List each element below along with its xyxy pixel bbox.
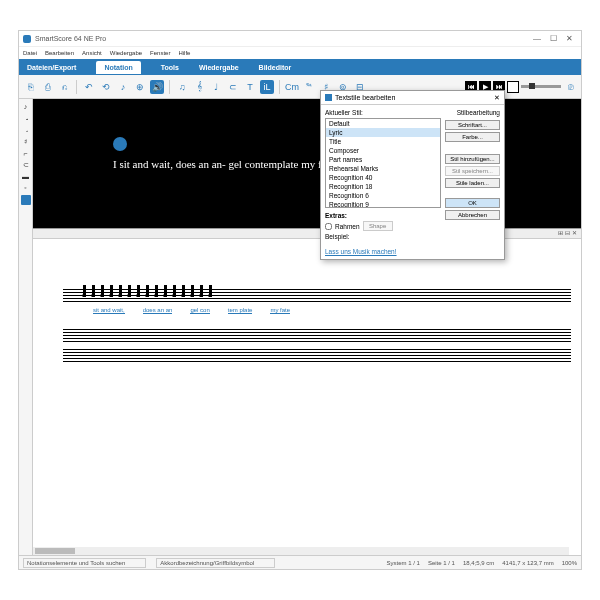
tool-icon[interactable]: ⟲ bbox=[99, 80, 113, 94]
tool-icon[interactable]: ⊕ bbox=[133, 80, 147, 94]
palette-icon[interactable]: ⊂ bbox=[23, 161, 29, 169]
view-icon[interactable]: ⊞ bbox=[558, 229, 563, 238]
menu-item[interactable]: Bearbeiten bbox=[45, 50, 74, 56]
tool-icon[interactable]: ♩ bbox=[209, 80, 223, 94]
list-item[interactable]: Title bbox=[326, 137, 440, 146]
text-styles-dialog: Textstile bearbeiten ✕ Aktueller Stil: D… bbox=[320, 90, 505, 260]
statusbar: Notationselemente und Tools suchen Akkor… bbox=[19, 555, 581, 569]
menu-item[interactable]: Datei bbox=[23, 50, 37, 56]
score-view[interactable]: sit and wait, does an an gel con tem pla… bbox=[33, 239, 581, 555]
horizontal-scrollbar[interactable] bbox=[33, 547, 569, 555]
shape-button: Shape bbox=[363, 221, 393, 231]
list-item[interactable]: Lyric bbox=[326, 128, 440, 137]
status-zoom: 100% bbox=[562, 560, 577, 566]
menu-item[interactable]: Fenster bbox=[150, 50, 170, 56]
ribbon-tabs: Dateien/Export Notation Tools Wiedergabe… bbox=[19, 59, 581, 75]
checkbox-label: Rahmen bbox=[335, 223, 360, 230]
palette-icon[interactable]: ◦ bbox=[24, 184, 26, 191]
view-icon[interactable]: ⊟ bbox=[565, 229, 570, 238]
status-system: System 1 / 1 bbox=[387, 560, 420, 566]
load-styles-button[interactable]: Stile laden... bbox=[445, 178, 500, 188]
list-item[interactable]: Recognition 6 bbox=[326, 191, 440, 200]
list-item[interactable]: Composer bbox=[326, 146, 440, 155]
palette-icon[interactable]: ⌐ bbox=[23, 150, 27, 157]
score-lyrics: sit and wait, does an an gel con tem pla… bbox=[93, 307, 290, 314]
style-edit-label: Stilbearbeitung bbox=[445, 109, 500, 116]
example-label: Beispiel: bbox=[325, 233, 350, 240]
tab-notation[interactable]: Notation bbox=[96, 61, 140, 74]
tab-wiedergabe[interactable]: Wiedergabe bbox=[199, 64, 239, 71]
chord-box[interactable]: Akkordbezeichnung/Griffbildsymbol bbox=[156, 558, 275, 568]
tool-icon[interactable]: ↶ bbox=[82, 80, 96, 94]
close-icon[interactable]: ✕ bbox=[494, 94, 500, 102]
left-palette: ♪ 𝅘 𝅗 ♯ ⌐ ⊂ ▬ ◦ bbox=[19, 99, 33, 555]
list-item[interactable]: Default bbox=[326, 119, 440, 128]
color-button[interactable]: Farbe... bbox=[445, 132, 500, 142]
stop-icon[interactable]: ■ bbox=[507, 81, 519, 93]
menu-item[interactable]: Ansicht bbox=[82, 50, 102, 56]
list-item[interactable]: Part names bbox=[326, 155, 440, 164]
menu-item[interactable]: Wiedergabe bbox=[110, 50, 142, 56]
style-list[interactable]: Default Lyric Title Composer Part names … bbox=[325, 118, 441, 208]
save-style-button: Stil speichern... bbox=[445, 166, 500, 176]
list-item[interactable]: Recognition 40 bbox=[326, 173, 440, 182]
tool-icon[interactable]: ⊂ bbox=[226, 80, 240, 94]
list-item[interactable]: Rehearsal Marks bbox=[326, 164, 440, 173]
tool-icon[interactable]: 𝄞 bbox=[192, 80, 206, 94]
font-button[interactable]: Schriftart... bbox=[445, 120, 500, 130]
list-item[interactable]: Recognition 18 bbox=[326, 182, 440, 191]
list-item[interactable]: Recognition 9 bbox=[326, 200, 440, 208]
tool-icon[interactable]: Cm bbox=[285, 80, 299, 94]
palette-icon[interactable]: ♪ bbox=[24, 103, 28, 110]
add-style-button[interactable]: Stil hinzufügen... bbox=[445, 154, 500, 164]
close-button[interactable]: ✕ bbox=[561, 34, 577, 43]
tab-bildeditor[interactable]: Bildeditor bbox=[259, 64, 292, 71]
tool-icon[interactable]: ♫ bbox=[175, 80, 189, 94]
search-box[interactable]: Notationselemente und Tools suchen bbox=[23, 558, 146, 568]
palette-icon[interactable]: ▬ bbox=[22, 173, 29, 180]
dialog-title: Textstile bearbeiten bbox=[335, 94, 395, 101]
speaker-icon[interactable]: 🔊 bbox=[150, 80, 164, 94]
titlebar: SmartScore 64 NE Pro — ☐ ✕ bbox=[19, 31, 581, 47]
extras-label: Extras: bbox=[325, 212, 347, 219]
app-icon bbox=[23, 35, 31, 43]
mixer-icon[interactable]: ⎚ bbox=[563, 80, 577, 94]
position-marker bbox=[113, 137, 127, 151]
tool-icon[interactable]: ⎌ bbox=[57, 80, 71, 94]
menubar: Datei Bearbeiten Ansicht Wiedergabe Fens… bbox=[19, 47, 581, 59]
minimize-button[interactable]: — bbox=[529, 34, 545, 43]
tool-icon[interactable]: T bbox=[243, 80, 257, 94]
lyrics-display: I sit and wait, does an an- gel contempl… bbox=[113, 158, 334, 170]
menu-item[interactable]: Hilfe bbox=[178, 50, 190, 56]
music-link[interactable]: Lass uns Musik machen! bbox=[321, 244, 504, 259]
tool-icon[interactable]: 𝆮 bbox=[302, 80, 316, 94]
tempo-slider[interactable] bbox=[521, 85, 561, 88]
ok-button[interactable]: OK bbox=[445, 198, 500, 208]
window-title: SmartScore 64 NE Pro bbox=[35, 35, 106, 42]
dialog-titlebar[interactable]: Textstile bearbeiten ✕ bbox=[321, 91, 504, 105]
tab-dateien[interactable]: Dateien/Export bbox=[27, 64, 76, 71]
palette-icon[interactable] bbox=[21, 195, 31, 205]
view-icon[interactable]: ✕ bbox=[572, 229, 577, 238]
status-page: Seite 1 / 1 bbox=[428, 560, 455, 566]
tab-tools[interactable]: Tools bbox=[161, 64, 179, 71]
frame-checkbox[interactable] bbox=[325, 223, 332, 230]
status-pos: 4141,7 x 123,7 mm bbox=[502, 560, 553, 566]
maximize-button[interactable]: ☐ bbox=[545, 34, 561, 43]
palette-icon[interactable]: ♯ bbox=[24, 138, 27, 146]
current-style-label: Aktueller Stil: bbox=[325, 109, 441, 116]
tool-icon[interactable]: ♪ bbox=[116, 80, 130, 94]
dialog-icon bbox=[325, 94, 332, 101]
status-size: 18,4;5,9 cm bbox=[463, 560, 494, 566]
tool-icon[interactable]: ⎙ bbox=[40, 80, 54, 94]
lyrics-tool-icon[interactable]: iL bbox=[260, 80, 274, 94]
tool-icon[interactable]: ⎘ bbox=[23, 80, 37, 94]
cancel-button[interactable]: Abbrechen bbox=[445, 210, 500, 220]
